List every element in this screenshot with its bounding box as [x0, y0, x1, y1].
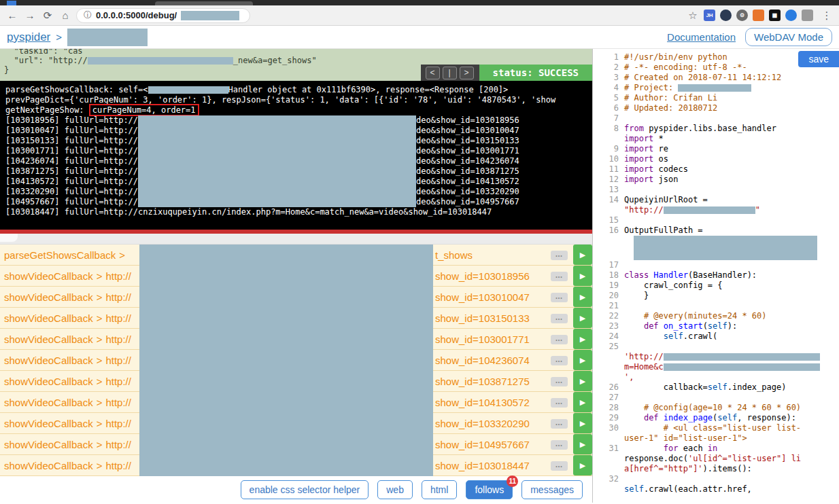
run-task-button[interactable]: ▶: [573, 392, 592, 412]
code-line: 7: [593, 113, 839, 124]
webdav-mode-button[interactable]: WebDAV Mode: [745, 28, 832, 46]
code-line: 27: [593, 393, 839, 403]
pyspider-logo-link[interactable]: pyspider: [7, 31, 50, 44]
line-number: 5: [596, 93, 624, 103]
more-button[interactable]: •••: [551, 314, 568, 323]
follow-url-tail: show_id=104236074: [435, 355, 530, 366]
run-task-button[interactable]: ▶: [573, 350, 592, 370]
follow-url-prefix: http://: [105, 397, 131, 408]
play-icon: ▶: [580, 398, 585, 407]
more-button[interactable]: •••: [551, 461, 568, 471]
line-number: 11: [596, 164, 624, 175]
jh-extension-icon[interactable]: JH: [704, 10, 715, 21]
follow-url-tail: show_id=103320290: [435, 418, 530, 429]
follow-url-tail: show_id=104130572: [435, 397, 530, 408]
more-button[interactable]: •••: [551, 356, 568, 365]
code-line: 3# Created on 2018-07-11 14:12:12: [593, 73, 839, 83]
follow-url-prefix: http://: [105, 270, 131, 282]
address-bar[interactable]: ⓘ 0.0.0.0:5000/debug/: [76, 8, 250, 23]
console-url-suffix: deo&show_id=103320290: [416, 187, 519, 196]
run-task-button[interactable]: ▶: [573, 245, 592, 265]
follow-callback-label: showVideoCallback: [4, 439, 93, 450]
home-button[interactable]: ⌂: [58, 10, 72, 21]
run-task-button[interactable]: ▶: [573, 308, 592, 328]
code-line: 8from pyspider.libs.base_handler: [593, 124, 839, 134]
main-split: "taskid": "cas "url": "http://_new&a=get…: [0, 49, 839, 503]
task-json-url-line: "url": "http://_new&a=get_shows": [4, 56, 588, 65]
follow-callback-label: showVideoCallback: [4, 334, 93, 345]
reload-button[interactable]: ⟳: [41, 10, 54, 22]
back-button[interactable]: ←: [5, 10, 19, 21]
redaction-box: [88, 57, 233, 65]
run-task-button[interactable]: ▶: [573, 329, 592, 349]
code-text: response.doc('ul[id^="list-user"] li: [624, 454, 801, 463]
more-button[interactable]: •••: [551, 419, 568, 429]
run-task-button[interactable]: ▶: [573, 287, 592, 307]
extensions-row: JH⚙▦: [704, 10, 813, 21]
qr-code-extension-icon[interactable]: ▦: [769, 10, 781, 21]
console-line: parseGetShowsCallback: self=<Handler obj…: [5, 85, 587, 95]
code-text: 'http://: [624, 352, 820, 361]
follow-url-prefix: http://: [105, 418, 131, 429]
more-button[interactable]: •••: [551, 377, 568, 386]
console-url-suffix: deo&show_id=104130572: [416, 177, 519, 186]
run-task-button[interactable]: ▶: [573, 434, 592, 454]
code-text: # Created on 2018-07-11 14:12:12: [624, 73, 781, 82]
orange-extension-icon[interactable]: [753, 10, 764, 21]
more-button[interactable]: •••: [551, 398, 568, 408]
console-text: Handler object at 0x111bf6390>, response…: [228, 85, 509, 94]
css-selector-helper-button[interactable]: enable css selector helper: [241, 480, 369, 499]
play-icon: ▶: [580, 293, 585, 302]
run-task-button[interactable]: ▶: [573, 266, 592, 286]
console-url-prefix: [103001771] fullUrl=http://: [5, 146, 138, 156]
more-button[interactable]: •••: [551, 272, 568, 281]
line-number: 18: [596, 270, 624, 281]
code-line: 32: [593, 474, 839, 484]
active-tab[interactable]: [155, 1, 253, 5]
tab-follows[interactable]: follows11: [466, 480, 513, 499]
more-button[interactable]: •••: [551, 293, 568, 302]
follow-callback-label: showVideoCallback: [4, 418, 93, 429]
follow-url-prefix: http://: [105, 355, 131, 366]
code-line: 13: [593, 185, 839, 195]
code-line: ',: [593, 372, 839, 382]
prev-task-button[interactable]: <: [426, 67, 440, 79]
tab-html[interactable]: html: [422, 480, 457, 499]
redaction-box: [148, 86, 228, 94]
task-url-prefix: "url": "http://: [4, 56, 88, 65]
console-url-prefix: [103320290] fullUrl=http://: [5, 187, 138, 196]
gray-extension-icon[interactable]: [802, 10, 813, 21]
play-icon: ▶: [580, 335, 585, 344]
tab-web[interactable]: web: [377, 480, 413, 499]
more-button[interactable]: •••: [551, 251, 568, 260]
code-line: 23 def on_start(self):: [593, 321, 839, 331]
blue-circle-extension-icon[interactable]: [785, 10, 797, 21]
browser-menu-icon[interactable]: ⋮: [820, 10, 834, 22]
code-editor[interactable]: save 1#!/usr/bin/env python2# -*- encodi…: [592, 49, 839, 503]
run-task-button[interactable]: ▶: [573, 455, 592, 475]
page-info-icon[interactable]: ⓘ: [84, 10, 92, 21]
more-button[interactable]: •••: [551, 440, 568, 450]
forward-button[interactable]: →: [23, 10, 37, 21]
panel-splitter[interactable]: [0, 234, 592, 245]
console-url-suffix: deo&show_id=103018956: [416, 115, 519, 125]
code-text: import json: [624, 175, 678, 184]
redaction-box: [138, 187, 416, 197]
tab-follows-label: follows: [475, 484, 504, 495]
run-task-button[interactable]: ▶: [573, 413, 592, 433]
tab-messages[interactable]: messages: [521, 480, 583, 499]
browser-toolbar: ← → ⟳ ⌂ ⓘ 0.0.0.0:5000/debug/ ☆ JH⚙▦ ⋮: [0, 5, 839, 26]
bookmark-star-icon[interactable]: ☆: [686, 10, 700, 22]
run-task-button[interactable]: ▶: [573, 371, 592, 391]
save-button[interactable]: save: [798, 51, 839, 67]
gear-extension-icon[interactable]: ⚙: [736, 10, 748, 21]
code-text: import re: [624, 144, 668, 154]
browser-tab-strip: [0, 0, 839, 5]
navy-circle-extension-icon[interactable]: [720, 10, 732, 21]
redaction-box: [139, 245, 433, 476]
more-button[interactable]: •••: [551, 335, 568, 344]
code-line: m=Home&c: [593, 362, 839, 372]
documentation-link[interactable]: Documentation: [667, 31, 736, 43]
next-task-button[interactable]: >: [460, 67, 474, 79]
task-divider-button[interactable]: |: [443, 67, 457, 79]
